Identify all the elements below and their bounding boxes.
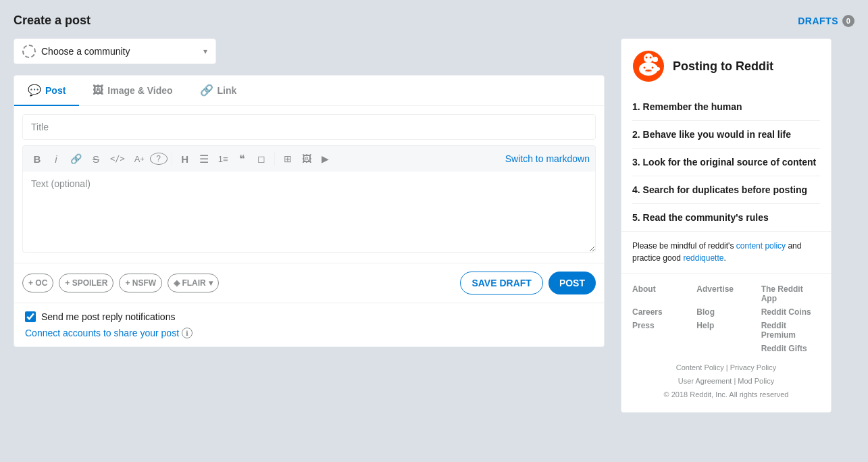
notifications-label[interactable]: Send me post reply notifications bbox=[41, 311, 175, 322]
tab-image-video[interactable]: 🖼 Image & Video bbox=[79, 76, 186, 106]
posting-rules-card: Posting to Reddit 1. Remember the human … bbox=[621, 38, 832, 413]
table-button[interactable]: ⊞ bbox=[279, 150, 297, 168]
oc-button[interactable]: + OC bbox=[22, 274, 53, 292]
community-icon bbox=[22, 45, 36, 58]
rule-2: 2. Behave like you would in real life bbox=[632, 120, 820, 148]
flair-button[interactable]: ◈ FLAIR ▾ bbox=[168, 274, 219, 292]
footer-link-coins[interactable]: Reddit Coins bbox=[761, 307, 820, 317]
italic-button[interactable]: i bbox=[47, 150, 65, 168]
card-title: Posting to Reddit bbox=[673, 59, 773, 74]
connect-link[interactable]: Connect accounts to share your post ℹ bbox=[25, 328, 593, 338]
editor-body: B i 🔗 S </> A+ ? H ☰ 1≡ ❝ ◻ ⊞ 🖼 ▶ bbox=[14, 106, 604, 263]
toolbar-separator-2 bbox=[274, 152, 275, 165]
right-panel: Posting to Reddit 1. Remember the human … bbox=[621, 38, 832, 413]
flair-chevron-icon: ▾ bbox=[209, 278, 213, 288]
nsfw-button[interactable]: + NSFW bbox=[119, 274, 162, 292]
rule-4: 4. Search for duplicates before posting bbox=[632, 176, 820, 203]
content-policy-link[interactable]: content policy bbox=[736, 241, 786, 251]
footer-copyright: © 2018 Reddit, Inc. All rights reserved bbox=[664, 390, 789, 399]
spoiler-button[interactable]: ◻ bbox=[253, 150, 270, 168]
footer-link-advertise[interactable]: Advertise bbox=[696, 284, 755, 303]
superscript-button[interactable]: A+ bbox=[130, 150, 149, 168]
content-policy: Please be mindful of reddit's content po… bbox=[621, 231, 831, 272]
svg-point-5 bbox=[652, 67, 654, 69]
notifications-checkbox[interactable] bbox=[25, 311, 36, 322]
help-button[interactable]: ? bbox=[150, 153, 168, 165]
tab-image-label: Image & Video bbox=[107, 85, 172, 96]
code-button[interactable]: </> bbox=[106, 150, 129, 168]
link-tab-icon: 🔗 bbox=[200, 84, 213, 97]
title-input[interactable] bbox=[22, 114, 596, 140]
footer-link-press[interactable]: Press bbox=[632, 321, 691, 340]
post-button[interactable]: POST bbox=[548, 272, 596, 294]
ordered-list-button[interactable]: 1≡ bbox=[214, 150, 232, 168]
footer-legal: Content Policy | Privacy Policy User Agr… bbox=[632, 361, 820, 401]
footer-links: About Advertise The Reddit App Careers B… bbox=[621, 273, 831, 412]
left-panel: Choose a community ▾ 💬 Post 🖼 Image & Vi… bbox=[14, 38, 605, 347]
footer-link-about[interactable]: About bbox=[632, 284, 691, 303]
blockquote-button[interactable]: ❝ bbox=[234, 150, 251, 168]
policy-text-1: Please be mindful of reddit's bbox=[632, 241, 736, 251]
svg-point-4 bbox=[644, 67, 646, 69]
community-select-button[interactable]: Choose a community ▾ bbox=[14, 38, 216, 64]
footer-sep2: | bbox=[732, 377, 738, 385]
info-icon: ℹ bbox=[182, 328, 193, 338]
save-draft-button[interactable]: SAVE DRAFT bbox=[460, 272, 542, 294]
notifications-row: Send me post reply notifications bbox=[25, 311, 593, 322]
footer-user-agreement[interactable]: User Agreement bbox=[678, 377, 732, 385]
drafts-count: 0 bbox=[842, 15, 854, 27]
footer-link-help[interactable]: Help bbox=[696, 321, 755, 340]
svg-point-10 bbox=[646, 57, 648, 59]
rule-1: 1. Remember the human bbox=[632, 93, 820, 120]
footer-links-grid: About Advertise The Reddit App Careers B… bbox=[632, 284, 820, 353]
tab-post[interactable]: 💬 Post bbox=[14, 76, 79, 106]
text-area[interactable] bbox=[22, 172, 596, 253]
toolbar: B i 🔗 S </> A+ ? H ☰ 1≡ ❝ ◻ ⊞ 🖼 ▶ bbox=[22, 145, 596, 172]
post-options: Send me post reply notifications Connect… bbox=[14, 303, 604, 346]
image-tab-icon: 🖼 bbox=[93, 84, 103, 97]
unordered-list-button[interactable]: ☰ bbox=[195, 150, 213, 168]
flair-label: ◈ FLAIR bbox=[174, 278, 206, 288]
connect-label: Connect accounts to share your post bbox=[25, 328, 179, 338]
drafts-button[interactable]: DRAFTS 0 bbox=[798, 15, 854, 27]
footer-link-app[interactable]: The Reddit App bbox=[761, 284, 820, 303]
link-button[interactable]: 🔗 bbox=[66, 150, 86, 168]
switch-markdown-button[interactable]: Switch to markdown bbox=[505, 153, 590, 164]
footer-link-gifts[interactable]: Reddit Gifts bbox=[761, 344, 820, 353]
snoo-icon bbox=[632, 50, 665, 82]
bold-button[interactable]: B bbox=[28, 150, 46, 168]
footer-sep1: | bbox=[724, 363, 730, 371]
reddiquette-link[interactable]: reddiquette bbox=[683, 253, 723, 263]
footer-actions: SAVE DRAFT POST bbox=[460, 272, 596, 294]
community-selector: Choose a community ▾ bbox=[14, 38, 605, 64]
footer-mod-policy[interactable]: Mod Policy bbox=[738, 377, 774, 385]
footer-content-policy[interactable]: Content Policy bbox=[676, 363, 724, 371]
tab-link[interactable]: 🔗 Link bbox=[186, 76, 251, 106]
drafts-label: DRAFTS bbox=[798, 16, 838, 26]
strikethrough-button[interactable]: S bbox=[87, 150, 105, 168]
footer-link-premium[interactable]: Reddit Premium bbox=[761, 321, 820, 340]
footer-link-careers[interactable]: Careers bbox=[632, 307, 691, 317]
rule-3: 3. Look for the original source of conte… bbox=[632, 148, 820, 176]
footer-link-blog[interactable]: Blog bbox=[696, 307, 755, 317]
connect-row: Connect accounts to share your post ℹ bbox=[25, 328, 593, 338]
tab-link-label: Link bbox=[218, 85, 237, 96]
rule-5: 5. Read the community's rules bbox=[632, 203, 820, 231]
spoiler-tag-button[interactable]: + SPOILER bbox=[59, 274, 113, 292]
post-footer: + OC + SPOILER + NSFW ◈ FLAIR ▾ SAVE DRA… bbox=[14, 263, 604, 303]
chevron-down-icon: ▾ bbox=[203, 47, 207, 56]
community-select-left: Choose a community bbox=[22, 45, 130, 58]
footer-privacy-policy[interactable]: Privacy Policy bbox=[730, 363, 776, 371]
toolbar-separator-1 bbox=[172, 152, 172, 165]
rules-list: 1. Remember the human 2. Behave like you… bbox=[621, 93, 831, 231]
heading-button[interactable]: H bbox=[176, 150, 194, 168]
policy-text-3: . bbox=[723, 253, 725, 263]
svg-point-9 bbox=[644, 53, 653, 63]
post-editor: 💬 Post 🖼 Image & Video 🔗 Link B i 🔗 bbox=[14, 75, 605, 347]
tab-post-label: Post bbox=[45, 85, 66, 96]
svg-point-8 bbox=[655, 67, 660, 71]
video-button[interactable]: ▶ bbox=[317, 150, 334, 168]
community-placeholder: Choose a community bbox=[41, 46, 130, 57]
image-upload-button[interactable]: 🖼 bbox=[298, 150, 315, 168]
post-tab-icon: 💬 bbox=[28, 84, 41, 97]
